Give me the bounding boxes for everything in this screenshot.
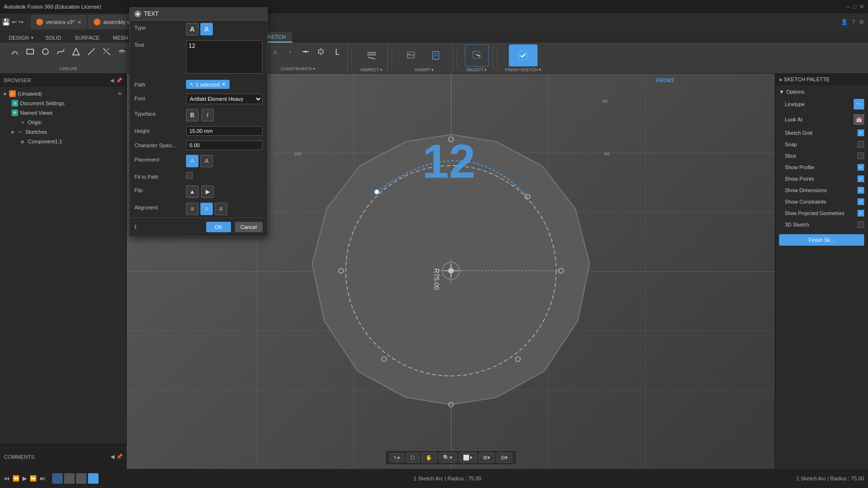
vp-pan-btn[interactable]: ✋: [421, 453, 437, 463]
timeline-marker-3[interactable]: [76, 473, 87, 484]
bold-btn[interactable]: B: [186, 109, 198, 121]
arc-btn[interactable]: [8, 44, 22, 59]
placement-on-btn[interactable]: A: [200, 155, 213, 167]
timeline-marker-2[interactable]: [64, 473, 75, 484]
play-fwd-btn[interactable]: ⏭: [40, 475, 45, 482]
show-projected-checkbox[interactable]: ✓: [857, 210, 864, 217]
vp-display-btn[interactable]: ⬜▾: [459, 453, 477, 463]
line-btn[interactable]: [84, 44, 99, 59]
dialog-row-fit: Fit to Path: [130, 170, 267, 183]
char-spacing-input[interactable]: [186, 141, 263, 150]
trim-btn[interactable]: [99, 44, 114, 59]
browser-pin-icon[interactable]: 📌: [116, 77, 122, 84]
finish-sketch-ribbon-btn[interactable]: [509, 44, 538, 66]
cancel-button[interactable]: Cancel: [235, 222, 263, 232]
flip-up-btn[interactable]: ▲: [186, 185, 198, 198]
tree-item-doc-settings[interactable]: ⚙ Document Settings: [0, 98, 126, 108]
path-selected-btn[interactable]: ↖ 1 selected ✕: [186, 80, 230, 89]
vp-select-btn[interactable]: ↖▾: [389, 453, 404, 462]
account-icon[interactable]: 👤: [841, 19, 848, 25]
ribbon-tab-solid[interactable]: SOLID: [39, 33, 68, 43]
spline-btn[interactable]: [54, 44, 68, 59]
tree-item-component[interactable]: ▣ Component1:1: [0, 137, 126, 146]
align-left-btn[interactable]: ≡: [186, 203, 198, 215]
tree-item-sketches[interactable]: ▶ ✏ Sketches: [0, 127, 126, 137]
circle-sketch-btn[interactable]: [38, 44, 53, 59]
options-section[interactable]: ▼ Options: [775, 87, 868, 97]
tab-versions[interactable]: versions v3* ✕: [31, 15, 87, 29]
step-fwd-btn[interactable]: ⏩: [30, 475, 37, 482]
select-btn[interactable]: [465, 44, 489, 66]
ribbon-tab-design[interactable]: DESIGN ▼: [4, 33, 39, 43]
circle-c-btn[interactable]: ○: [283, 44, 297, 59]
height-input[interactable]: [186, 126, 263, 136]
placement-above-btn[interactable]: A: [186, 155, 198, 167]
inspect-btn[interactable]: [360, 44, 384, 66]
insert-dxf-btn[interactable]: [425, 44, 449, 66]
timeline-marker-4[interactable]: [88, 473, 99, 484]
play-btn[interactable]: ▶: [22, 475, 27, 482]
show-points-checkbox[interactable]: ✓: [857, 175, 864, 182]
stretch-btn[interactable]: [314, 44, 328, 59]
comments-expand[interactable]: ◀: [110, 454, 114, 460]
look-at-btn[interactable]: 📅: [854, 114, 864, 125]
fit-checkbox[interactable]: [186, 172, 193, 179]
origin-icon: ⊕: [19, 119, 26, 126]
tree-item-origin[interactable]: ⊕ Origin: [0, 118, 126, 127]
align-center-btn[interactable]: ≡: [200, 203, 213, 215]
settings-icon[interactable]: ⚙: [859, 19, 864, 25]
show-dimensions-checkbox[interactable]: ✓: [857, 187, 864, 194]
tree-item-unsaved[interactable]: ▶ F (Unsaved) 👁: [0, 89, 126, 98]
finish-sketch-palette-btn[interactable]: Finish Sk...: [779, 234, 864, 246]
play-back-btn[interactable]: ⏮: [4, 475, 10, 482]
slice-checkbox[interactable]: [857, 152, 864, 159]
vp-grid2-btn[interactable]: ⊟▾: [496, 453, 512, 463]
text-input[interactable]: 12: [186, 40, 263, 74]
comments-pin[interactable]: 📌: [116, 454, 123, 460]
point-btn[interactable]: [298, 44, 313, 59]
char-spacing-control: [186, 141, 263, 150]
insert-image-btn[interactable]: [400, 44, 424, 66]
step-back-btn[interactable]: ⏪: [12, 475, 20, 482]
close-btn[interactable]: ✕: [859, 3, 864, 10]
offset-btn[interactable]: [115, 44, 129, 59]
inspect-label: INSPECT ▾: [361, 67, 383, 72]
tree-item-named-views[interactable]: 👁 Named Views: [0, 108, 126, 118]
dialog-header[interactable]: ● TEXT: [130, 8, 267, 21]
align-right-btn[interactable]: ≡: [215, 203, 227, 215]
ribbon-tab-surface[interactable]: SURFACE: [68, 33, 106, 43]
font-select[interactable]: Artifakt Element Heavy: [186, 94, 263, 104]
dialog-row-text: Text 12: [130, 38, 267, 77]
timeline-marker-1[interactable]: [52, 473, 63, 484]
sketch-grid-checkbox[interactable]: ✓: [857, 130, 864, 136]
linetype-btn[interactable]: 〜: [854, 99, 864, 109]
snap-checkbox[interactable]: [857, 141, 864, 148]
show-profile-checkbox[interactable]: ✓: [857, 164, 864, 171]
3d-sketch-checkbox[interactable]: [857, 221, 864, 228]
redo-btn[interactable]: ↪: [19, 19, 23, 25]
triangle-c-btn[interactable]: △: [268, 44, 282, 59]
perp-btn[interactable]: [329, 44, 343, 59]
maximize-btn[interactable]: □: [853, 3, 857, 10]
italic-btn[interactable]: I: [201, 109, 214, 121]
vp-orbit-btn[interactable]: ⬡: [406, 453, 419, 463]
save-btn[interactable]: 💾: [2, 18, 10, 26]
vp-grid-btn[interactable]: ⊞▾: [479, 453, 494, 463]
show-constraints-checkbox[interactable]: ✓: [857, 198, 864, 205]
rect-btn[interactable]: [23, 44, 37, 59]
linetype-label: Linetype: [785, 101, 805, 107]
help-icon[interactable]: ?: [852, 19, 855, 25]
undo-btn[interactable]: ↩: [12, 19, 17, 25]
ruler-neg50: -50: [603, 151, 609, 156]
minimize-btn[interactable]: ─: [846, 3, 850, 10]
type-path-btn[interactable]: A: [200, 23, 213, 35]
ok-button[interactable]: OK: [206, 222, 231, 232]
path-clear-btn[interactable]: ✕: [221, 81, 226, 87]
info-icon[interactable]: ℹ: [134, 224, 137, 230]
vp-zoom-btn[interactable]: 🔍▾: [439, 453, 457, 463]
type-text-btn[interactable]: A: [186, 23, 198, 35]
browser-expand-icon[interactable]: ◀: [110, 77, 114, 84]
triangle-btn[interactable]: [69, 44, 83, 59]
flip-right-btn[interactable]: ▶: [201, 185, 214, 198]
tab-close-versions[interactable]: ✕: [77, 20, 81, 25]
